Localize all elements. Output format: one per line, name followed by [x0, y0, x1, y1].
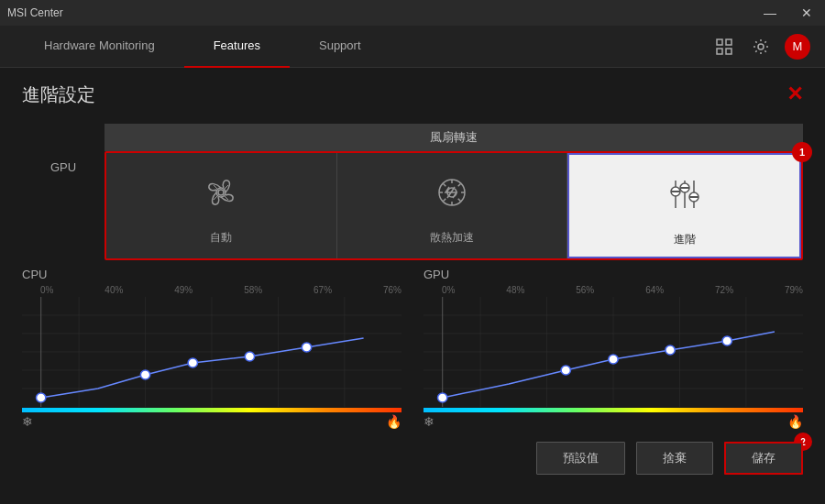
cpu-axis-labels: 0%40%49%58%67%76% — [22, 285, 402, 295]
svg-point-30 — [188, 358, 197, 367]
gpu-chart-title: GPU — [424, 268, 803, 281]
gpu-label: GPU — [22, 124, 104, 174]
fan-card-advanced[interactable]: 進階 — [567, 153, 801, 258]
app-title: MSI Center — [7, 6, 63, 19]
fan-boost-label: 散熱加速 — [430, 230, 474, 246]
save-button[interactable]: 儲存 — [724, 442, 803, 475]
fan-auto-label: 自動 — [210, 230, 232, 246]
tab-features[interactable]: Features — [184, 26, 290, 68]
svg-point-33 — [37, 393, 46, 402]
main-content: ✕ 進階設定 GPU 風扇轉速 1 — [0, 68, 825, 489]
svg-rect-2 — [717, 49, 722, 54]
close-dialog-button[interactable]: ✕ — [786, 82, 803, 106]
svg-point-4 — [758, 44, 764, 49]
nav-bar: Hardware Monitoring Features Support M — [0, 26, 825, 68]
user-avatar[interactable]: M — [785, 34, 810, 60]
cpu-hot-icon: 🔥 — [386, 414, 402, 429]
cancel-button[interactable]: 捨棄 — [636, 442, 713, 475]
svg-rect-0 — [717, 39, 722, 45]
fan-advanced-label: 進階 — [674, 232, 696, 247]
gpu-cold-icon: ❄ — [424, 414, 434, 429]
close-button[interactable]: ✕ — [788, 0, 825, 26]
svg-point-49 — [438, 393, 447, 402]
fan-card-auto[interactable]: 自動 — [106, 153, 337, 258]
cpu-chart-section: CPU 0%40%49%58%67%76% — [22, 268, 402, 431]
svg-point-29 — [140, 370, 149, 379]
cpu-cold-icon: ❄ — [22, 414, 33, 429]
svg-point-48 — [722, 336, 732, 345]
svg-rect-1 — [726, 39, 732, 45]
gpu-bottom-icons: ❄ 🔥 — [424, 412, 803, 431]
svg-point-47 — [666, 345, 675, 355]
svg-point-46 — [609, 355, 618, 364]
fan-card-boost[interactable]: 散熱加速 — [337, 153, 568, 258]
tab-support[interactable]: Support — [290, 26, 390, 68]
fan-advanced-icon — [662, 171, 708, 223]
fan-boost-icon — [429, 170, 475, 221]
nav-tabs: Hardware Monitoring Features Support — [15, 26, 711, 68]
svg-point-31 — [245, 352, 254, 361]
minimize-button[interactable]: — — [752, 0, 788, 26]
charts-row: CPU 0%40%49%58%67%76% — [22, 268, 803, 431]
fan-mode-cards: 1 自動 — [104, 151, 803, 260]
svg-point-6 — [218, 190, 224, 195]
settings-icon[interactable] — [748, 34, 774, 60]
svg-point-45 — [561, 366, 570, 375]
gpu-axis-labels: 0%48%56%64%72%79% — [424, 285, 803, 295]
gpu-chart[interactable] — [424, 297, 803, 407]
svg-rect-3 — [726, 49, 732, 54]
save-button-wrapper: 2 儲存 — [724, 442, 803, 475]
cpu-chart[interactable] — [22, 297, 402, 407]
fan-auto-icon — [198, 170, 244, 221]
title-bar: MSI Center — ✕ — [0, 0, 825, 26]
default-button[interactable]: 預設值 — [536, 442, 625, 475]
gpu-chart-section: GPU 0%48%56%64%72%79% — [424, 268, 803, 431]
cpu-chart-title: CPU — [22, 268, 402, 281]
nav-right: M — [711, 34, 810, 60]
badge-1: 1 — [792, 142, 812, 162]
cpu-bottom-icons: ❄ 🔥 — [22, 412, 402, 431]
fan-speed-label: 風扇轉速 — [104, 124, 803, 151]
bottom-buttons: 預設值 捨棄 2 儲存 — [22, 442, 803, 475]
svg-point-32 — [302, 343, 311, 352]
gpu-hot-icon: 🔥 — [787, 414, 803, 429]
grid-icon[interactable] — [711, 34, 737, 60]
tab-hardware-monitoring[interactable]: Hardware Monitoring — [15, 26, 184, 68]
window-controls: — ✕ — [752, 0, 825, 26]
page-title: 進階設定 — [22, 82, 803, 107]
